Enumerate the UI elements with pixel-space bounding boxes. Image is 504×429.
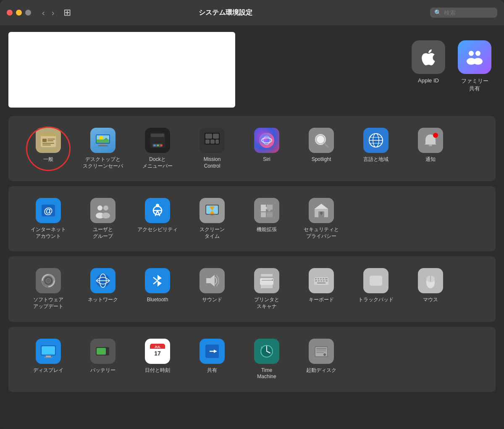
apple-id-label: Apple ID — [418, 77, 439, 84]
date-time-label: 日付と時刻 — [145, 367, 170, 374]
mouse-item[interactable]: マウス — [403, 265, 458, 313]
svg-line-71 — [153, 281, 158, 284]
time-machine-item[interactable]: TimeMachine — [239, 335, 294, 384]
internet-accounts-label: インターネットアカウント — [31, 226, 66, 240]
network-item[interactable]: ネットワーク — [76, 265, 130, 313]
maximize-button[interactable] — [25, 10, 31, 16]
close-button[interactable] — [7, 10, 13, 16]
svg-rect-84 — [325, 278, 328, 279]
sharing-item[interactable]: 共有 — [185, 335, 239, 384]
screen-time-icon — [200, 198, 225, 223]
back-button[interactable]: ‹ — [39, 7, 47, 18]
sound-item[interactable]: サウンド — [185, 265, 239, 313]
battery-item[interactable]: バッテリー — [76, 335, 130, 384]
dock-menubar-label: Dockとメニューバー — [142, 156, 173, 169]
accessibility-label: アクセシビリティ — [137, 226, 178, 233]
dock-menubar-icon — [145, 128, 170, 153]
svg-rect-62 — [321, 213, 322, 215]
svg-rect-80 — [315, 278, 317, 279]
desktop-screensaver-item[interactable]: デスクトップとスクリーンセーバ — [76, 124, 130, 173]
users-groups-item[interactable]: ユーザとグループ — [76, 195, 130, 243]
row2: @ インターネットアカウント ユーザとグ — [8, 186, 496, 251]
svg-rect-100 — [109, 349, 111, 353]
svg-rect-27 — [210, 139, 215, 144]
bluetooth-item[interactable]: Bluetooth — [130, 265, 185, 313]
search-box[interactable]: 🔍 — [430, 8, 497, 18]
svg-rect-81 — [318, 278, 319, 279]
accessibility-item[interactable]: アクセシビリティ — [130, 195, 185, 243]
row3: ソフトウェアアップデート ネットワーク — [8, 256, 496, 321]
svg-point-15 — [99, 136, 103, 139]
apple-id-item[interactable]: Apple ID — [412, 40, 445, 92]
battery-label: バッテリー — [90, 367, 116, 374]
svg-point-3 — [473, 58, 483, 65]
svg-rect-18 — [151, 134, 164, 137]
family-sharing-icon — [458, 40, 491, 74]
row1: 一般 デスクトップ — [8, 116, 496, 181]
printers-scanners-label: プリンタとスキャナ — [254, 297, 279, 310]
software-update-item[interactable]: ソフトウェアアップデート — [21, 265, 76, 313]
trackpad-item[interactable]: トラックパッド — [349, 265, 403, 313]
minimize-button[interactable] — [16, 10, 22, 16]
internet-accounts-item[interactable]: @ インターネットアカウント — [21, 195, 76, 243]
apple-id-icon — [412, 40, 445, 74]
family-sharing-item[interactable]: ファミリー共有 — [458, 40, 491, 92]
svg-point-42 — [433, 133, 438, 138]
notifications-item[interactable]: 通知 — [403, 124, 458, 173]
svg-rect-8 — [47, 140, 53, 141]
date-time-item[interactable]: JUL 17 日付と時刻 — [130, 335, 185, 384]
startup-disk-item[interactable]: 起動ディスク — [294, 335, 349, 384]
siri-item[interactable]: Siri — [239, 124, 294, 173]
row4: ディスプレイ バッテリー — [8, 327, 496, 392]
general-icon — [36, 128, 61, 153]
search-input[interactable] — [444, 9, 493, 16]
general-label: 一般 — [43, 156, 53, 163]
family-sharing-label: ファミリー共有 — [461, 77, 488, 92]
screen-time-label: スクリーンタイム — [200, 226, 225, 240]
mouse-icon — [418, 268, 443, 293]
svg-rect-76 — [261, 285, 273, 288]
spotlight-label: Spotlight — [312, 156, 331, 163]
row1-grid: 一般 デスクトップ — [21, 124, 483, 173]
siri-label: Siri — [263, 156, 270, 163]
keyboard-icon — [309, 268, 334, 293]
grid-view-button[interactable]: ⊞ — [63, 7, 71, 18]
nav-buttons: ‹ › — [39, 7, 57, 18]
printers-scanners-item[interactable]: プリンタとスキャナ — [239, 265, 294, 313]
keyboard-item[interactable]: キーボード — [294, 265, 349, 313]
notifications-icon — [418, 128, 443, 153]
screen-time-item[interactable]: スクリーンタイム — [185, 195, 239, 243]
bluetooth-icon — [145, 268, 170, 293]
time-machine-icon — [254, 339, 279, 364]
startup-disk-label: 起動ディスク — [306, 367, 336, 374]
general-item[interactable]: 一般 — [21, 124, 76, 173]
svg-rect-24 — [205, 134, 212, 139]
users-groups-label: ユーザとグループ — [93, 226, 113, 240]
extensions-item[interactable]: 機能拡張 — [239, 195, 294, 243]
network-label: ネットワーク — [88, 297, 118, 303]
svg-rect-20 — [153, 145, 156, 146]
siri-icon — [254, 128, 279, 153]
svg-rect-117 — [316, 352, 324, 353]
software-update-label: ソフトウェアアップデート — [33, 297, 63, 310]
mouse-label: マウス — [423, 297, 438, 303]
security-privacy-item[interactable]: セキュリティとプライバシー — [294, 195, 349, 243]
svg-rect-25 — [213, 134, 219, 139]
svg-marker-59 — [315, 204, 328, 209]
row4-grid: ディスプレイ バッテリー — [21, 335, 483, 384]
language-region-item[interactable]: 言語と地域 — [349, 124, 403, 173]
svg-rect-26 — [205, 139, 210, 144]
language-region-label: 言語と地域 — [363, 156, 388, 163]
forward-button[interactable]: › — [49, 7, 57, 18]
mission-control-item[interactable]: MissionControl — [185, 124, 239, 173]
svg-rect-14 — [98, 145, 108, 146]
time-machine-label: TimeMachine — [257, 367, 276, 380]
svg-point-33 — [317, 136, 324, 143]
desktop-screensaver-icon — [90, 128, 116, 153]
display-icon — [36, 339, 61, 364]
svg-rect-89 — [326, 280, 328, 282]
dock-menubar-item[interactable]: Dockとメニューバー — [130, 124, 185, 173]
svg-marker-69 — [158, 275, 162, 287]
display-item[interactable]: ディスプレイ — [21, 335, 76, 384]
spotlight-item[interactable]: Spotlight — [294, 124, 349, 173]
